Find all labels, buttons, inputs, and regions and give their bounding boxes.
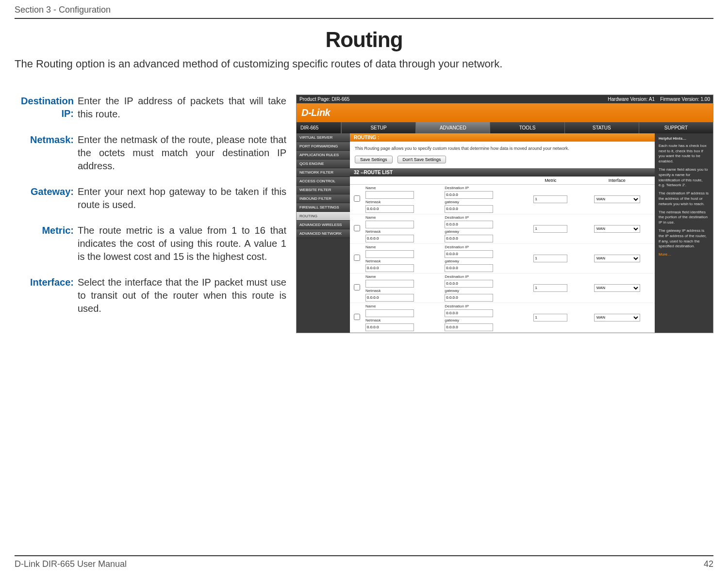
label-netmask: Netmask	[365, 200, 441, 204]
hints-title: Helpful Hints…	[659, 136, 709, 142]
page-title: Routing	[15, 28, 713, 52]
sidebar-item-network-filter[interactable]: NETWORK FILTER	[297, 168, 350, 177]
sidebar-item-routing[interactable]: ROUTING	[297, 212, 350, 221]
gateway-input[interactable]	[445, 294, 493, 302]
dest-ip-input[interactable]	[445, 280, 493, 288]
metric-input[interactable]	[533, 225, 567, 233]
interface-select[interactable]: WAN	[594, 255, 640, 262]
metric-input[interactable]	[533, 284, 567, 292]
intro-text: The Routing option is an advanced method…	[15, 58, 713, 70]
interface-select[interactable]: WAN	[594, 284, 640, 292]
netmask-input[interactable]	[365, 205, 414, 213]
def-text-interface: Select the interface that the IP packet …	[78, 276, 286, 315]
section-desc: This Routing page allows you to specify …	[350, 142, 655, 156]
table-row: Name Netmask Destination IP gateway WAN	[350, 214, 655, 243]
hints-p4: The netmask field identifies the portion…	[659, 210, 709, 225]
def-label-netmask: Netmask:	[15, 133, 78, 173]
route-enable-checkbox[interactable]	[354, 255, 360, 261]
label-dest-ip: Destination IP	[445, 274, 520, 279]
netmask-input[interactable]	[365, 323, 414, 331]
name-input[interactable]	[365, 250, 414, 258]
netmask-input[interactable]	[365, 294, 414, 302]
def-text-destination-ip: Enter the IP address of packets that wil…	[78, 95, 286, 121]
gateway-input[interactable]	[445, 235, 493, 242]
dest-ip-input[interactable]	[445, 309, 493, 317]
brand-logo: D-Link	[297, 103, 713, 122]
name-input[interactable]	[365, 221, 414, 228]
hints-p5: The gateway IP address is the IP address…	[659, 228, 709, 249]
def-text-gateway: Enter your next hop gateway to be taken …	[78, 185, 286, 211]
dest-ip-input[interactable]	[445, 221, 493, 228]
interface-select[interactable]: WAN	[594, 195, 640, 203]
table-row: Name Netmask Destination IP gateway WAN	[350, 273, 655, 303]
table-row: Name Netmask Destination IP gateway WAN	[350, 303, 655, 332]
tab-setup[interactable]: SETUP	[341, 122, 415, 133]
tab-status[interactable]: STATUS	[564, 122, 639, 133]
interface-select[interactable]: WAN	[594, 314, 640, 322]
gateway-input[interactable]	[445, 323, 493, 331]
sidebar-item-port-forwarding[interactable]: PORT FORWARDING	[297, 142, 350, 151]
route-enable-checkbox[interactable]	[354, 195, 360, 202]
save-settings-button[interactable]: Save Settings	[355, 156, 393, 163]
tab-advanced[interactable]: ADVANCED	[415, 122, 490, 133]
sidebar-item-inbound-filter[interactable]: INBOUND FILTER	[297, 194, 350, 203]
def-label-metric: Metric:	[15, 224, 78, 263]
sidebar-item-application-rules[interactable]: APPLICATION RULES	[297, 151, 350, 160]
metric-input[interactable]	[533, 255, 567, 262]
def-text-netmask: Enter the netmask of the route, please n…	[78, 133, 286, 173]
label-netmask: Netmask	[365, 289, 441, 293]
label-dest-ip: Destination IP	[445, 245, 520, 249]
dest-ip-input[interactable]	[445, 250, 493, 258]
dest-ip-input[interactable]	[445, 191, 493, 199]
label-netmask: Netmask	[365, 229, 441, 234]
sidebar-item-advanced-network[interactable]: ADVANCED NETWORK	[297, 229, 350, 238]
label-dest-ip: Destination IP	[445, 186, 520, 190]
interface-select[interactable]: WAN	[594, 225, 640, 233]
metric-input[interactable]	[533, 195, 567, 203]
gateway-input[interactable]	[445, 264, 493, 272]
label-gateway: gateway	[445, 200, 520, 204]
label-gateway: gateway	[445, 289, 520, 293]
route-enable-checkbox[interactable]	[354, 225, 360, 231]
sidebar-item-virtual-server[interactable]: VIRTUAL SERVER	[297, 133, 350, 142]
name-input[interactable]	[365, 191, 414, 199]
footer-page-number: 42	[704, 559, 713, 569]
hints-more-link[interactable]: More…	[659, 252, 671, 257]
model-label: DIR-665	[297, 122, 341, 133]
label-name: Name	[365, 215, 441, 220]
name-input[interactable]	[365, 309, 414, 317]
name-input[interactable]	[365, 280, 414, 288]
hw-version-label: Hardware Version: A1	[608, 96, 655, 102]
label-name: Name	[365, 186, 441, 190]
label-netmask: Netmask	[365, 318, 441, 322]
sidebar-item-website-filter[interactable]: WEBSITE FILTER	[297, 186, 350, 194]
fw-version-label: Firmware Version: 1.00	[660, 96, 710, 102]
tab-support[interactable]: SUPPORT	[639, 122, 713, 133]
label-dest-ip: Destination IP	[445, 304, 520, 308]
dont-save-settings-button[interactable]: Don't Save Settings	[397, 156, 447, 163]
table-row: Name Netmask Destination IP gateway WAN	[350, 243, 655, 273]
label-gateway: gateway	[445, 318, 520, 322]
netmask-input[interactable]	[365, 264, 414, 272]
footer-manual-title: D-Link DIR-665 User Manual	[15, 559, 127, 569]
metric-input[interactable]	[533, 314, 567, 322]
sidebar-item-qos-engine[interactable]: QOS ENGINE	[297, 160, 350, 168]
route-enable-checkbox[interactable]	[354, 314, 360, 320]
label-name: Name	[365, 274, 441, 279]
sidebar-item-access-control[interactable]: ACCESS CONTROL	[297, 177, 350, 186]
sidebar-item-firewall-settings[interactable]: FIREWALL SETTINGS	[297, 203, 350, 212]
gateway-input[interactable]	[445, 205, 493, 213]
label-gateway: gateway	[445, 229, 520, 234]
doc-section-header: Section 3 - Configuration	[15, 5, 713, 19]
col-interface: Interface	[579, 177, 655, 185]
product-page-label: Product Page: DIR-665	[299, 96, 349, 102]
netmask-input[interactable]	[365, 235, 414, 242]
label-netmask: Netmask	[365, 259, 441, 263]
route-list-header: 32 --ROUTE LIST	[350, 168, 655, 177]
sidebar: VIRTUAL SERVER PORT FORWARDING APPLICATI…	[297, 133, 350, 333]
tab-tools[interactable]: TOOLS	[490, 122, 564, 133]
label-name: Name	[365, 304, 441, 308]
label-gateway: gateway	[445, 259, 520, 263]
route-enable-checkbox[interactable]	[354, 284, 360, 290]
sidebar-item-advanced-wireless[interactable]: ADVANCED WIRELESS	[297, 221, 350, 229]
